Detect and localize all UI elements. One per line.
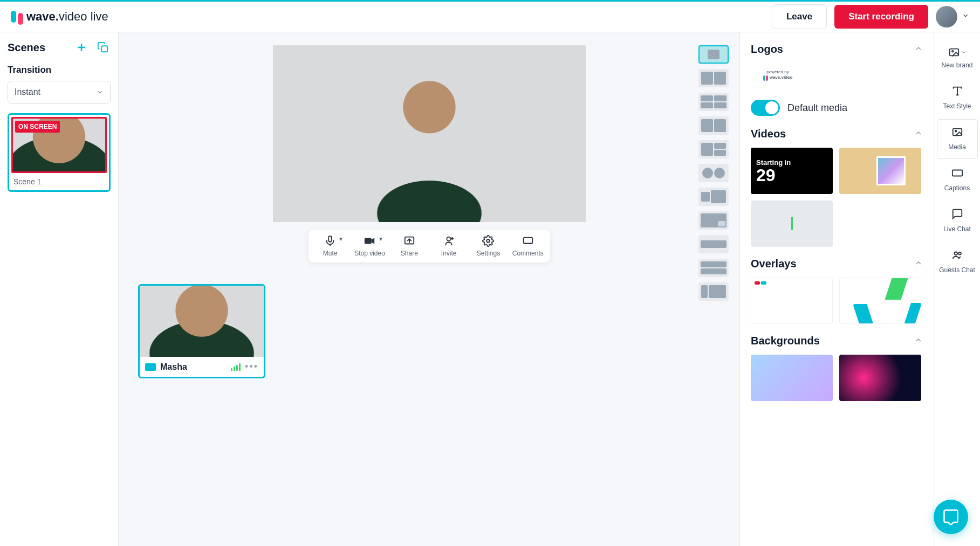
backgrounds-section-title: Backgrounds: [751, 335, 820, 347]
comments-icon: [522, 235, 534, 247]
svg-rect-20: [952, 170, 962, 176]
controls-bar: ▾ Mute ▾ Stop video Share: [309, 230, 550, 262]
logo-text: wave.video live: [26, 10, 108, 24]
layout-pip-corner[interactable]: [698, 211, 729, 230]
chevron-down-icon: [961, 50, 967, 55]
collapse-overlays-button[interactable]: [914, 259, 923, 269]
app-header: wave.video live Leave Start recording: [0, 0, 980, 32]
guest-name: Masha: [160, 362, 227, 372]
camera-on-icon: [145, 363, 156, 371]
logo[interactable]: wave.video live: [11, 10, 108, 24]
video-thumb-countdown[interactable]: Starting in 29: [751, 148, 833, 194]
rail-text-style[interactable]: Text Style: [937, 79, 977, 118]
scene-thumbnail: ON SCREEN: [11, 117, 107, 173]
layout-two-h[interactable]: [698, 69, 729, 87]
layout-side[interactable]: [698, 282, 729, 301]
chevron-down-icon[interactable]: ▾: [379, 235, 382, 243]
overlays-section-title: Overlays: [751, 258, 797, 270]
image-icon: [948, 46, 967, 58]
svg-point-24: [954, 252, 957, 255]
invite-icon: [443, 235, 455, 247]
svg-point-25: [958, 252, 961, 255]
captions-icon: [951, 167, 963, 181]
scenes-title: Scenes: [8, 42, 45, 54]
svg-rect-12: [524, 238, 533, 244]
layout-four[interactable]: [698, 93, 729, 111]
default-media-toggle[interactable]: [751, 100, 780, 116]
comments-button[interactable]: Comments: [511, 235, 545, 257]
mute-button[interactable]: ▾ Mute: [313, 235, 347, 257]
rail-new-brand[interactable]: New brand: [937, 40, 977, 77]
svg-rect-2: [101, 46, 107, 52]
share-icon: [403, 235, 415, 247]
layout-split-bottom[interactable]: [698, 259, 729, 277]
text-icon: [951, 85, 963, 99]
chevron-down-icon[interactable]: ▾: [339, 235, 342, 243]
chat-icon: [951, 208, 963, 222]
layout-wide[interactable]: [698, 235, 729, 253]
default-media-label: Default media: [787, 102, 847, 114]
transition-label: Transition: [8, 65, 111, 75]
support-chat-button[interactable]: [934, 500, 968, 534]
overlay-thumb-2[interactable]: [839, 278, 921, 324]
background-thumb-1[interactable]: [751, 355, 833, 401]
rail-guests-chat[interactable]: Guests Chat: [937, 243, 977, 281]
guests-chat-icon: [951, 249, 963, 263]
media-panel: Logos powered by wave.video Default medi…: [739, 32, 934, 546]
video-thumb-2[interactable]: [839, 148, 921, 194]
layout-selector: [698, 45, 729, 301]
user-avatar[interactable]: [936, 6, 957, 27]
on-screen-badge: ON SCREEN: [15, 121, 60, 133]
logo-mark-icon: [11, 11, 23, 23]
scene-name: Scene 1: [11, 177, 107, 186]
microphone-icon: ▾: [324, 235, 336, 247]
svg-rect-3: [328, 236, 332, 242]
header-actions: Leave Start recording: [772, 4, 969, 29]
guest-menu-button[interactable]: •••: [245, 361, 258, 372]
chat-bubble-icon: [943, 509, 959, 525]
camera-icon: ▾: [363, 235, 376, 247]
collapse-logos-button[interactable]: [914, 44, 923, 55]
video-thumb-3[interactable]: [751, 201, 833, 247]
settings-button[interactable]: Settings: [471, 235, 505, 257]
main-video-preview: [273, 45, 586, 222]
invite-button[interactable]: Invite: [431, 235, 466, 257]
svg-point-15: [951, 51, 953, 52]
media-icon: [951, 126, 963, 140]
scene-card-1[interactable]: ON SCREEN Scene 1: [8, 113, 111, 192]
guest-thumbnail: [140, 286, 264, 357]
layout-pip[interactable]: [698, 188, 729, 206]
rail-media[interactable]: Media: [937, 120, 977, 158]
rail-live-chat[interactable]: Live Chat: [937, 202, 977, 240]
right-rail: New brand Text Style Media Captions Live…: [934, 32, 980, 546]
collapse-backgrounds-button[interactable]: [914, 336, 923, 347]
share-button[interactable]: Share: [392, 235, 427, 257]
gear-icon: [482, 235, 494, 247]
leave-button[interactable]: Leave: [772, 4, 827, 29]
svg-marker-5: [372, 238, 375, 244]
guest-tile[interactable]: Masha •••: [138, 284, 265, 378]
background-thumb-2[interactable]: [839, 355, 921, 401]
svg-point-8: [447, 237, 450, 241]
layout-single[interactable]: [698, 45, 729, 64]
scenes-panel: Scenes Transition Instant ON SCREEN Scen…: [0, 32, 119, 546]
layout-1-4[interactable]: [698, 140, 729, 158]
collapse-videos-button[interactable]: [914, 129, 923, 140]
signal-icon: [231, 363, 241, 371]
svg-point-11: [487, 239, 490, 243]
add-scene-button[interactable]: [74, 40, 89, 55]
transition-value: Instant: [15, 87, 40, 97]
chevron-down-icon: [96, 88, 104, 96]
stop-video-button[interactable]: ▾ Stop video: [352, 235, 387, 257]
start-recording-button[interactable]: Start recording: [834, 5, 928, 29]
overlay-thumb-1[interactable]: [751, 278, 833, 324]
user-menu-chevron-icon[interactable]: [962, 12, 969, 22]
brand-logo-item[interactable]: powered by wave.video: [751, 63, 805, 87]
layout-circles[interactable]: [698, 164, 729, 182]
transition-select[interactable]: Instant: [8, 81, 111, 103]
videos-section-title: Videos: [751, 128, 786, 140]
svg-rect-4: [365, 238, 372, 244]
rail-captions[interactable]: Captions: [937, 161, 977, 199]
layout-1-2[interactable]: [698, 116, 729, 135]
duplicate-scene-button[interactable]: [95, 40, 111, 55]
